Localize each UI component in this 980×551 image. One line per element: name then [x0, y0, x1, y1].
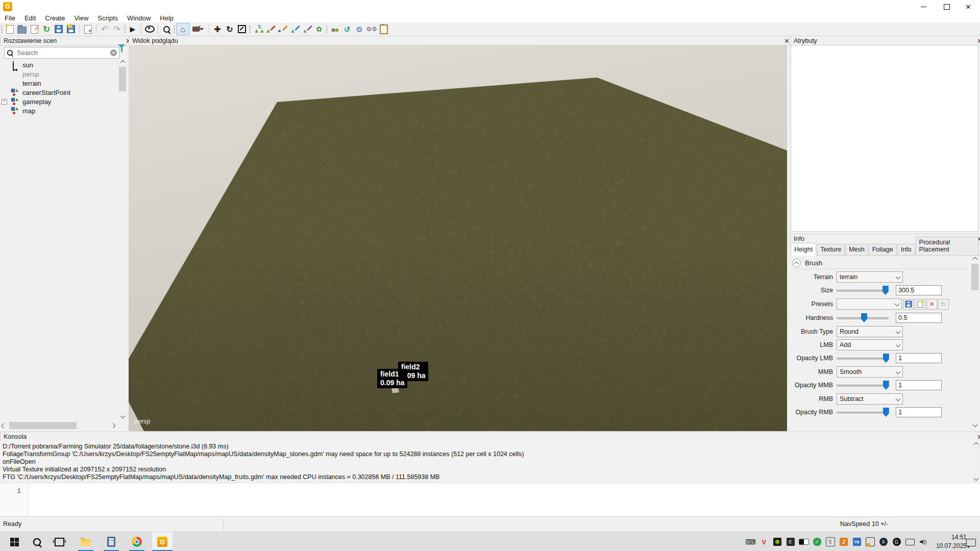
terrain-foliage-tool-icon[interactable]: ●	[276, 23, 288, 35]
redo-icon[interactable]: ↷	[111, 23, 123, 35]
attributes-close-icon[interactable]: ✕	[977, 38, 980, 44]
scenegraph-hscrollbar[interactable]	[0, 421, 117, 430]
undo-icon[interactable]: ↶	[99, 23, 111, 35]
camera-disabled-icon[interactable]	[189, 23, 207, 35]
info-vscrollbar[interactable]	[971, 256, 979, 429]
opacity-rmb-input[interactable]: 1	[896, 407, 942, 417]
terrain-plant-tool-icon[interactable]: ✿	[313, 23, 325, 35]
scale-tool-icon[interactable]	[236, 23, 248, 35]
tray-red-updater-icon[interactable]: V	[757, 532, 770, 551]
new-file-icon[interactable]	[4, 23, 16, 35]
taskbar-calculator-icon[interactable]	[101, 532, 121, 551]
rotate-tool-icon[interactable]: ↻	[224, 23, 236, 35]
menu-help[interactable]: Help	[155, 14, 178, 22]
terrain-detail-tool-icon[interactable]: ▲	[301, 23, 313, 35]
search-input[interactable]	[16, 48, 110, 57]
hardness-input[interactable]: 0.5	[896, 313, 942, 323]
tray-logitech-icon[interactable]: G	[890, 532, 903, 551]
tab-texture[interactable]: Texture	[817, 244, 845, 255]
save-as-icon[interactable]	[65, 23, 77, 35]
size-input[interactable]: 300.5	[896, 285, 942, 295]
search-clear-icon[interactable]: ✕	[110, 49, 117, 56]
tray-usb-icon[interactable]: ⇪	[824, 532, 837, 551]
start-button[interactable]	[4, 532, 24, 551]
gdm-update-icon[interactable]	[329, 23, 341, 35]
opacity-lmb-input[interactable]: 1	[896, 353, 942, 363]
tree-item-careerstartpoint[interactable]: careerStartPoint	[0, 88, 117, 97]
viewport-3d-canvas[interactable]: field20.09 ha field10.09 ha persp	[129, 45, 787, 431]
lmb-select[interactable]: Add	[837, 339, 903, 350]
scrollbar-thumb[interactable]	[119, 67, 126, 91]
menu-window[interactable]: Window	[122, 14, 155, 22]
terrain-select[interactable]: terrain	[837, 271, 903, 283]
menu-view[interactable]: View	[69, 14, 93, 22]
translate-tool-icon[interactable]: ✚	[211, 23, 224, 35]
opacity-mmb-slider[interactable]	[837, 380, 889, 390]
preset-reload-icon[interactable]: ↻	[938, 299, 949, 310]
console-vscrollbar[interactable]	[972, 441, 980, 483]
tray-nvidia-icon[interactable]	[771, 532, 783, 551]
scenegraph-tree[interactable]: sun persp terrain careerStartPoint + gam…	[0, 59, 117, 420]
tree-item-persp[interactable]: persp	[0, 69, 117, 79]
play-icon[interactable]: ▶	[127, 23, 139, 35]
taskbar-file-explorer-icon[interactable]	[76, 532, 96, 551]
presets-select[interactable]	[837, 298, 902, 310]
tree-item-gameplay[interactable]: + gameplay	[0, 97, 117, 106]
terrain-sculpt-tool-icon[interactable]: ▲▲⇅	[252, 23, 264, 35]
notification-center-icon[interactable]	[965, 532, 977, 551]
save-icon[interactable]	[53, 23, 65, 35]
taskbar-clock[interactable]: 14:51 10.07.2025	[931, 533, 967, 550]
tree-item-map[interactable]: map	[0, 106, 117, 115]
console-log[interactable]: D:/Torrent pobrania/Farming Simulator 25…	[0, 441, 980, 483]
scrollbar-thumb[interactable]	[9, 422, 77, 429]
tree-item-terrain[interactable]: terrain	[0, 79, 117, 88]
collapse-icon[interactable]	[792, 259, 801, 267]
taskbar-chrome-icon[interactable]	[127, 532, 147, 551]
tab-height[interactable]: Height	[791, 243, 816, 256]
taskbar-search-icon[interactable]	[27, 532, 47, 551]
scenegraph-filter-icon[interactable]	[118, 48, 125, 58]
clipboard-icon[interactable]	[378, 23, 390, 35]
viewport-close-icon[interactable]: ✕	[784, 38, 790, 44]
terrain-smooth-tool-icon[interactable]: ▲	[288, 23, 301, 35]
zoom-icon[interactable]	[160, 23, 173, 35]
tray-contrast-icon[interactable]	[797, 532, 810, 551]
tray-thunderbird-icon[interactable]: TB	[850, 532, 863, 551]
opacity-lmb-slider[interactable]	[837, 353, 889, 363]
curve-tool-icon[interactable]: ↺	[341, 23, 353, 35]
visibility-icon[interactable]	[143, 23, 156, 35]
camera-home-icon[interactable]: ⌂	[176, 23, 189, 35]
window-minimize-button[interactable]	[912, 0, 935, 13]
tree-item-sun[interactable]: sun	[0, 60, 117, 69]
tray-security-shield-icon[interactable]: ✓	[811, 532, 823, 551]
open-file-icon[interactable]	[16, 23, 28, 35]
scrollbar-thumb[interactable]	[971, 264, 978, 290]
tray-steam-icon[interactable]: S	[877, 532, 890, 551]
size-slider[interactable]	[837, 285, 889, 295]
tab-mesh[interactable]: Mesh	[845, 244, 868, 255]
reload-icon[interactable]: ↻	[40, 23, 53, 35]
tray-epic-games-icon[interactable]: E	[784, 532, 797, 551]
window-close-button[interactable]: ✕	[957, 0, 980, 13]
tab-info[interactable]: Info	[897, 244, 915, 255]
scenegraph-vscrollbar[interactable]	[118, 59, 127, 420]
preset-delete-icon[interactable]: ✕	[926, 299, 937, 310]
taskbar-giants-editor-icon[interactable]: G	[152, 532, 173, 551]
tray-volume-icon[interactable]: ))	[917, 532, 929, 551]
menu-edit[interactable]: Edit	[20, 14, 40, 22]
rmb-select[interactable]: Subtract	[837, 393, 903, 405]
import-icon[interactable]: +	[82, 23, 94, 35]
opacity-mmb-input[interactable]: 1	[896, 380, 942, 390]
reload-scripts-icon[interactable]: ⚙	[353, 23, 365, 35]
tab-foliage[interactable]: Foliage	[869, 244, 897, 255]
script-editor[interactable]: 1	[0, 483, 980, 517]
task-view-icon[interactable]	[49, 532, 69, 551]
menu-scripts[interactable]: Scripts	[93, 14, 122, 22]
window-maximize-button[interactable]	[935, 0, 959, 13]
menu-file[interactable]: File	[0, 14, 20, 22]
tray-keyboard-icon[interactable]: ⌨	[744, 532, 757, 551]
tray-java-icon[interactable]: J	[837, 532, 850, 551]
brush-type-select[interactable]: Round	[837, 326, 903, 337]
tab-procedural-placement[interactable]: Procedural Placement	[916, 237, 978, 255]
brush-section-header[interactable]: Brush	[792, 259, 822, 267]
